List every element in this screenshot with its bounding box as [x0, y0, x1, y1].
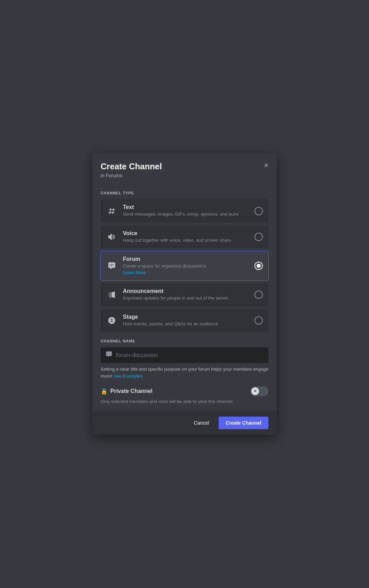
announcement-channel-desc: Important updates for people in and out …: [123, 295, 249, 301]
channel-name-forum-icon: [105, 351, 112, 359]
private-channel-section: 🔒 Private Channel ✕ Only selected member…: [101, 386, 268, 404]
channel-type-forum[interactable]: Forum Create a space for organized discu…: [101, 251, 268, 280]
forum-channel-name: Forum: [123, 256, 249, 262]
cancel-button[interactable]: Cancel: [188, 417, 215, 429]
forum-channel-info: Forum Create a space for organized discu…: [123, 256, 249, 276]
close-button[interactable]: ×: [262, 160, 270, 171]
megaphone-icon: [106, 289, 117, 300]
stage-channel-info: Stage Host events, panels, and Q&As for …: [123, 314, 249, 327]
modal-body: CHANNEL TYPE Text Send messages, images,…: [92, 184, 277, 411]
forum-icon: [106, 260, 117, 271]
toggle-knob: ✕: [251, 387, 259, 395]
text-channel-name: Text: [123, 204, 249, 210]
private-channel-toggle[interactable]: ✕: [250, 386, 268, 396]
announcement-channel-info: Announcement Important updates for peopl…: [123, 288, 249, 301]
voice-radio[interactable]: [254, 233, 263, 241]
hash-icon: [106, 206, 117, 217]
channel-name-section: CHANNEL NAME Setting a clear title and s…: [101, 339, 268, 379]
voice-channel-desc: Hang out together with voice, video, and…: [123, 237, 249, 243]
lock-icon: 🔒: [101, 388, 108, 395]
private-channel-label: 🔒 Private Channel: [101, 388, 152, 395]
announcement-radio[interactable]: [254, 291, 263, 299]
see-examples-link[interactable]: See Examples: [113, 373, 143, 379]
channel-type-voice[interactable]: Voice Hang out together with voice, vide…: [101, 225, 268, 248]
channel-name-input[interactable]: [116, 352, 264, 358]
text-channel-desc: Send messages, images, GIFs, emoji, opin…: [123, 211, 249, 217]
modal-title: Create Channel: [101, 162, 268, 172]
private-channel-desc: Only selected members and roles will be …: [101, 399, 268, 404]
voice-channel-name: Voice: [123, 230, 249, 237]
create-channel-modal: Create Channel in Forums × CHANNEL TYPE …: [92, 153, 277, 435]
stage-channel-desc: Host events, panels, and Q&As for an aud…: [123, 321, 249, 327]
modal-header: Create Channel in Forums ×: [92, 153, 277, 184]
channel-name-label: CHANNEL NAME: [101, 339, 268, 343]
stage-radio[interactable]: [254, 316, 263, 325]
channel-name-hint: Setting a clear title and specific purpo…: [101, 366, 268, 379]
create-channel-button[interactable]: Create Channel: [219, 417, 268, 429]
text-channel-info: Text Send messages, images, GIFs, emoji,…: [123, 204, 249, 217]
forum-channel-desc: Create a space for organized discussions: [123, 263, 249, 269]
announcement-channel-name: Announcement: [123, 288, 249, 294]
channel-type-text[interactable]: Text Send messages, images, GIFs, emoji,…: [101, 199, 268, 222]
speaker-icon: [106, 231, 117, 242]
voice-channel-info: Voice Hang out together with voice, vide…: [123, 230, 249, 243]
modal-footer: Cancel Create Channel: [92, 411, 277, 435]
private-channel-row: 🔒 Private Channel ✕: [101, 386, 268, 396]
stage-channel-name: Stage: [123, 314, 249, 320]
channel-type-label: CHANNEL TYPE: [101, 191, 268, 195]
channel-name-input-wrap: [101, 347, 268, 363]
stage-icon: [106, 315, 117, 326]
channel-type-announcement[interactable]: Announcement Important updates for peopl…: [101, 283, 268, 306]
forum-radio[interactable]: [254, 262, 263, 270]
learn-more-link[interactable]: Learn More: [123, 270, 146, 275]
channel-type-list: Text Send messages, images, GIFs, emoji,…: [101, 199, 268, 332]
channel-type-stage[interactable]: Stage Host events, panels, and Q&As for …: [101, 309, 268, 332]
text-radio[interactable]: [254, 207, 263, 215]
modal-subtitle: in Forums: [101, 173, 268, 178]
